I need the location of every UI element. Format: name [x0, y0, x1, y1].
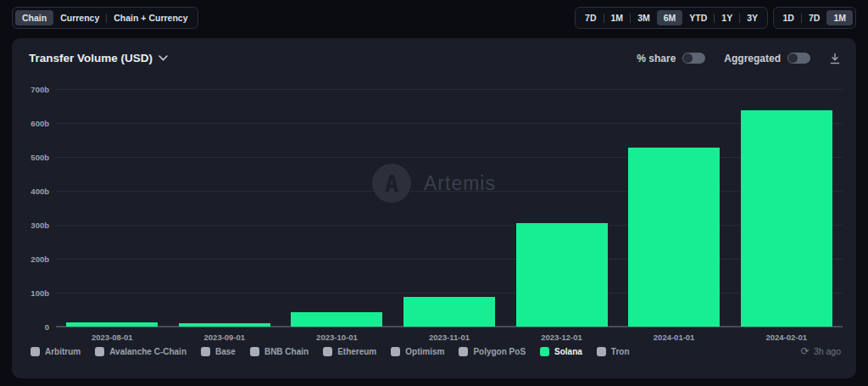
legend-item-tron[interactable]: Tron: [597, 347, 630, 356]
legend-label: Optimism: [405, 347, 444, 356]
x-axis-tick-label: 2023-12-01: [505, 333, 618, 342]
bar-2023-09-01[interactable]: [179, 323, 270, 327]
x-axis-tick-label: 2023-11-01: [393, 333, 506, 342]
time-range-tab-group: 7D1M3M6MYTD1Y3Y: [575, 7, 768, 29]
x-axis-tick-label: 2024-01-01: [618, 333, 731, 342]
x-axis-tick-label: 2023-10-01: [281, 333, 393, 342]
checkbox-icon: [391, 347, 400, 356]
legend-item-solana[interactable]: Solana: [540, 347, 582, 356]
bar-2024-01-01[interactable]: [628, 148, 720, 327]
legend-item-base[interactable]: Base: [201, 347, 236, 356]
x-axis-tick-label: 2023-08-01: [56, 333, 169, 342]
legend-items: ArbitrumAvalanche C-ChainBaseBNB ChainEt…: [31, 347, 644, 356]
checkbox-icon: [597, 347, 606, 356]
y-axis-tick-label: 400b: [14, 187, 49, 196]
gridline: [56, 293, 843, 294]
last-updated: ⟳ 3h ago: [801, 346, 841, 356]
legend: ArbitrumAvalanche C-ChainBaseBNB ChainEt…: [31, 346, 841, 356]
legend-item-arbitrum[interactable]: Arbitrum: [31, 347, 81, 356]
y-axis-tick-label: 500b: [14, 154, 49, 162]
checkbox-icon: [323, 347, 332, 356]
range-3y[interactable]: 3Y: [740, 10, 765, 26]
legend-item-ethereum[interactable]: Ethereum: [323, 347, 376, 356]
x-axis-tick-label: 2023-09-01: [169, 333, 281, 342]
legend-label: Tron: [611, 347, 630, 356]
bar-2024-02-01[interactable]: [741, 110, 832, 327]
legend-label: Ethereum: [337, 347, 376, 356]
transfer-volume-card: Transfer Volume (USD) % share Aggregated…: [12, 38, 856, 378]
chart-view-tab-group: ChainCurrencyChain + Currency: [12, 7, 198, 29]
y-axis-tick-label: 0: [14, 323, 49, 332]
y-axis-tick-label: 200b: [14, 255, 49, 264]
gridline: [56, 123, 843, 124]
checkbox-icon: [201, 347, 210, 356]
legend-label: Avalanche C-Chain: [109, 347, 186, 356]
legend-label: Base: [215, 347, 236, 356]
x-axis-tick-label: 2024-02-01: [730, 333, 843, 342]
granularity-tab-group: 1D7D1M: [773, 7, 856, 29]
gridline: [56, 225, 843, 226]
range-1m[interactable]: 1M: [604, 10, 631, 26]
legend-item-bnb-chain[interactable]: BNB Chain: [250, 347, 309, 356]
legend-item-optimism[interactable]: Optimism: [391, 347, 444, 356]
gridline: [56, 89, 843, 90]
legend-label: Solana: [554, 347, 582, 356]
range-1y[interactable]: 1Y: [715, 10, 739, 26]
bar-chart: 0100b200b300b400b500b600b700b2023-08-012…: [12, 38, 856, 378]
legend-label: BNB Chain: [264, 347, 309, 356]
granularity-1d[interactable]: 1D: [776, 10, 801, 26]
range-7d[interactable]: 7D: [578, 10, 603, 26]
checkbox-icon: [459, 347, 468, 356]
tab-chain-currency[interactable]: Chain + Currency: [107, 10, 194, 26]
tab-chain[interactable]: Chain: [15, 10, 53, 26]
bar-2023-08-01[interactable]: [66, 322, 158, 327]
checkbox-icon: [95, 347, 104, 356]
checkbox-icon: [31, 347, 40, 356]
last-updated-text: 3h ago: [814, 346, 841, 356]
bar-2023-12-01[interactable]: [516, 223, 608, 327]
checkbox-icon: [540, 347, 549, 356]
range-ytd[interactable]: YTD: [682, 10, 714, 26]
legend-label: Polygon PoS: [473, 347, 526, 356]
refresh-icon[interactable]: ⟳: [801, 346, 810, 356]
checkbox-icon: [250, 347, 259, 356]
tab-currency[interactable]: Currency: [53, 10, 106, 26]
y-axis-tick-label: 600b: [14, 120, 49, 128]
bar-2023-11-01[interactable]: [403, 297, 495, 327]
legend-item-polygon-pos[interactable]: Polygon PoS: [459, 347, 526, 356]
range-3m[interactable]: 3M: [631, 10, 657, 26]
granularity-1m[interactable]: 1M: [826, 10, 853, 26]
range-6m[interactable]: 6M: [657, 10, 683, 26]
gridline: [56, 157, 843, 158]
gridline: [56, 259, 843, 260]
legend-item-avalanche-c-chain[interactable]: Avalanche C-Chain: [95, 347, 186, 356]
y-axis-tick-label: 100b: [14, 289, 49, 298]
y-axis-tick-label: 300b: [14, 221, 49, 230]
y-axis-tick-label: 700b: [14, 86, 49, 94]
granularity-7d[interactable]: 7D: [802, 10, 826, 26]
bar-2023-10-01[interactable]: [291, 312, 382, 327]
legend-label: Arbitrum: [45, 347, 81, 356]
gridline: [56, 191, 843, 192]
